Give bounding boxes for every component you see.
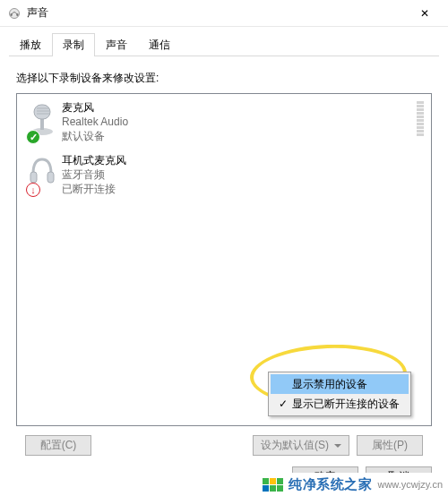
watermark-footer: 纯净系统之家 www.ycwjzy.cn — [0, 473, 448, 496]
device-text: 耳机式麦克风 蓝牙音频 已断开连接 — [62, 152, 426, 196]
tab-playback[interactable]: 播放 — [9, 33, 52, 56]
tab-page: 选择以下录制设备来修改设置: ✓ 麦克风 Realtek Audio 默认 — [0, 56, 448, 456]
device-item[interactable]: ↓ 耳机式麦克风 蓝牙音频 已断开连接 — [17, 147, 431, 200]
svg-rect-2 — [16, 13, 18, 16]
menu-item-label: 显示禁用的设备 — [292, 377, 367, 392]
watermark-logo-icon — [263, 478, 283, 492]
app-icon — [7, 6, 22, 21]
tab-sounds[interactable]: 声音 — [95, 33, 138, 56]
context-menu: 显示禁用的设备 ✓ 显示已断开连接的设备 — [268, 372, 411, 416]
set-default-button[interactable]: 设为默认值(S) — [253, 435, 349, 456]
status-badge-disconnected-icon: ↓ — [26, 183, 40, 197]
device-manufacturer: Realtek Audio — [62, 115, 417, 129]
check-icon: ✓ — [274, 398, 292, 410]
device-manufacturer: 蓝牙音频 — [62, 167, 426, 182]
level-meter — [417, 101, 424, 139]
configure-button[interactable]: 配置(C) — [25, 435, 91, 456]
device-status: 已断开连接 — [62, 182, 426, 196]
device-icon-cell: ↓ — [22, 152, 62, 196]
menu-item-show-disconnected[interactable]: ✓ 显示已断开连接的设备 — [271, 394, 409, 414]
window-title: 声音 — [27, 5, 404, 21]
window-titlebar: 声音 ✕ — [0, 0, 448, 27]
watermark-url: www.ycwjzy.cn — [377, 479, 443, 490]
tab-communications[interactable]: 通信 — [138, 33, 181, 56]
svg-rect-10 — [30, 172, 37, 183]
instruction-text: 选择以下录制设备来修改设置: — [9, 65, 439, 91]
properties-button[interactable]: 属性(P) — [357, 435, 423, 456]
status-badge-default-icon: ✓ — [26, 130, 40, 144]
menu-item-label: 显示已断开连接的设备 — [292, 397, 400, 412]
device-text: 麦克风 Realtek Audio 默认设备 — [62, 99, 417, 143]
menu-item-show-disabled[interactable]: 显示禁用的设备 — [271, 374, 409, 394]
watermark-brand: 纯净系统之家 — [289, 476, 372, 493]
device-name: 耳机式麦克风 — [62, 153, 426, 167]
close-icon: ✕ — [420, 7, 429, 20]
device-icon-cell: ✓ — [22, 99, 62, 143]
device-action-row: 配置(C) 设为默认值(S) 属性(P) — [9, 426, 439, 456]
chevron-down-icon — [334, 444, 341, 448]
svg-point-0 — [10, 8, 20, 18]
svg-rect-11 — [47, 172, 54, 183]
window-close-button[interactable]: ✕ — [404, 0, 444, 27]
device-name: 麦克风 — [62, 100, 417, 115]
svg-rect-1 — [11, 13, 13, 16]
tab-recording[interactable]: 录制 — [52, 33, 95, 56]
tab-strip: 播放 录制 声音 通信 — [0, 27, 448, 56]
device-status: 默认设备 — [62, 129, 417, 143]
device-list[interactable]: ✓ 麦克风 Realtek Audio 默认设备 ↓ — [16, 93, 432, 426]
device-item[interactable]: ✓ 麦克风 Realtek Audio 默认设备 — [17, 94, 431, 147]
